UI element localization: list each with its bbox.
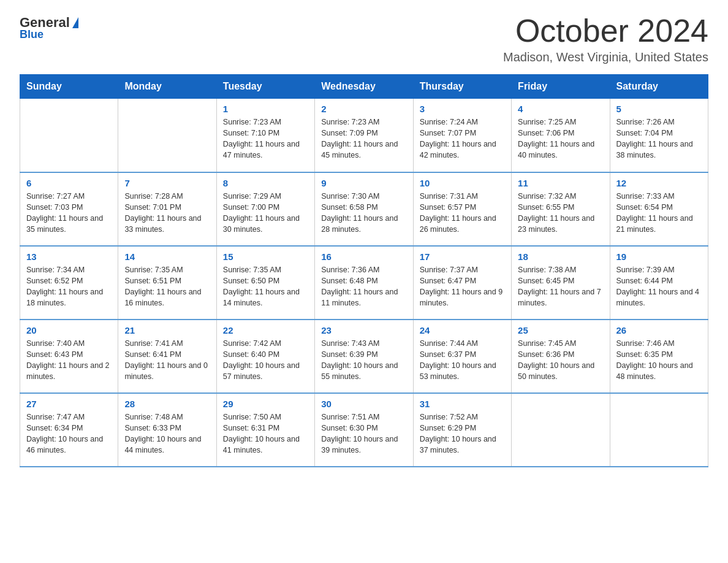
day-info: Sunrise: 7:41 AM Sunset: 6:41 PM Dayligh… xyxy=(124,338,210,383)
calendar-cell: 2Sunrise: 7:23 AM Sunset: 7:09 PM Daylig… xyxy=(315,99,413,172)
calendar-cell: 5Sunrise: 7:26 AM Sunset: 7:04 PM Daylig… xyxy=(610,99,708,172)
day-number: 2 xyxy=(321,104,406,114)
calendar-cell: 29Sunrise: 7:50 AM Sunset: 6:31 PM Dayli… xyxy=(216,393,314,467)
day-number: 1 xyxy=(223,104,308,114)
calendar-cell: 20Sunrise: 7:40 AM Sunset: 6:43 PM Dayli… xyxy=(20,320,118,393)
day-info: Sunrise: 7:40 AM Sunset: 6:43 PM Dayligh… xyxy=(26,338,112,383)
header-saturday: Saturday xyxy=(610,75,708,99)
calendar-week-row: 20Sunrise: 7:40 AM Sunset: 6:43 PM Dayli… xyxy=(20,320,708,393)
day-number: 14 xyxy=(124,251,210,262)
title-section: October 2024 Madison, West Virginia, Uni… xyxy=(503,15,708,64)
day-info: Sunrise: 7:38 AM Sunset: 6:45 PM Dayligh… xyxy=(518,264,603,309)
calendar-cell xyxy=(20,99,118,172)
day-info: Sunrise: 7:23 AM Sunset: 7:10 PM Dayligh… xyxy=(223,117,308,161)
calendar-cell: 22Sunrise: 7:42 AM Sunset: 6:40 PM Dayli… xyxy=(216,320,314,393)
calendar-cell: 25Sunrise: 7:45 AM Sunset: 6:36 PM Dayli… xyxy=(512,320,610,393)
day-number: 18 xyxy=(518,251,603,262)
day-info: Sunrise: 7:29 AM Sunset: 7:00 PM Dayligh… xyxy=(223,191,308,236)
calendar-cell xyxy=(512,393,610,467)
day-info: Sunrise: 7:42 AM Sunset: 6:40 PM Dayligh… xyxy=(223,338,308,383)
day-number: 3 xyxy=(420,104,505,114)
day-number: 29 xyxy=(223,399,308,409)
day-info: Sunrise: 7:44 AM Sunset: 6:37 PM Dayligh… xyxy=(420,338,505,383)
calendar-cell: 12Sunrise: 7:33 AM Sunset: 6:54 PM Dayli… xyxy=(610,172,708,246)
day-number: 25 xyxy=(518,325,603,335)
month-title: October 2024 xyxy=(503,15,708,47)
logo-blue: Blue xyxy=(20,28,44,41)
day-info: Sunrise: 7:39 AM Sunset: 6:44 PM Dayligh… xyxy=(616,264,702,309)
day-info: Sunrise: 7:31 AM Sunset: 6:57 PM Dayligh… xyxy=(420,191,505,236)
calendar-cell: 23Sunrise: 7:43 AM Sunset: 6:39 PM Dayli… xyxy=(315,320,413,393)
calendar-cell: 1Sunrise: 7:23 AM Sunset: 7:10 PM Daylig… xyxy=(216,99,314,172)
day-info: Sunrise: 7:35 AM Sunset: 6:51 PM Dayligh… xyxy=(124,264,210,309)
day-info: Sunrise: 7:51 AM Sunset: 6:30 PM Dayligh… xyxy=(321,412,406,456)
header-friday: Friday xyxy=(512,75,610,99)
day-number: 13 xyxy=(26,251,112,262)
logo-triangle-icon xyxy=(72,17,78,28)
day-number: 7 xyxy=(124,178,210,188)
calendar-cell: 15Sunrise: 7:35 AM Sunset: 6:50 PM Dayli… xyxy=(216,246,314,320)
day-info: Sunrise: 7:28 AM Sunset: 7:01 PM Dayligh… xyxy=(124,191,210,236)
day-info: Sunrise: 7:34 AM Sunset: 6:52 PM Dayligh… xyxy=(26,264,112,309)
header-monday: Monday xyxy=(118,75,216,99)
calendar-cell xyxy=(610,393,708,467)
calendar-cell: 7Sunrise: 7:28 AM Sunset: 7:01 PM Daylig… xyxy=(118,172,216,246)
day-number: 27 xyxy=(26,399,112,409)
calendar-cell: 19Sunrise: 7:39 AM Sunset: 6:44 PM Dayli… xyxy=(610,246,708,320)
calendar-week-row: 6Sunrise: 7:27 AM Sunset: 7:03 PM Daylig… xyxy=(20,172,708,246)
day-info: Sunrise: 7:47 AM Sunset: 6:34 PM Dayligh… xyxy=(26,412,112,456)
day-info: Sunrise: 7:32 AM Sunset: 6:55 PM Dayligh… xyxy=(518,191,603,236)
day-number: 31 xyxy=(420,399,505,409)
day-info: Sunrise: 7:52 AM Sunset: 6:29 PM Dayligh… xyxy=(420,412,505,456)
page-header: General Blue October 2024 Madison, West … xyxy=(20,15,708,64)
calendar-cell: 28Sunrise: 7:48 AM Sunset: 6:33 PM Dayli… xyxy=(118,393,216,467)
day-number: 28 xyxy=(124,399,210,409)
calendar-cell: 14Sunrise: 7:35 AM Sunset: 6:51 PM Dayli… xyxy=(118,246,216,320)
calendar-cell: 31Sunrise: 7:52 AM Sunset: 6:29 PM Dayli… xyxy=(413,393,511,467)
day-info: Sunrise: 7:48 AM Sunset: 6:33 PM Dayligh… xyxy=(124,412,210,456)
day-number: 5 xyxy=(616,104,702,114)
header-tuesday: Tuesday xyxy=(216,75,314,99)
day-info: Sunrise: 7:46 AM Sunset: 6:35 PM Dayligh… xyxy=(616,338,702,383)
day-number: 24 xyxy=(420,325,505,335)
day-number: 26 xyxy=(616,325,702,335)
day-info: Sunrise: 7:36 AM Sunset: 6:48 PM Dayligh… xyxy=(321,264,406,309)
day-info: Sunrise: 7:23 AM Sunset: 7:09 PM Dayligh… xyxy=(321,117,406,161)
day-number: 9 xyxy=(321,178,406,188)
day-info: Sunrise: 7:43 AM Sunset: 6:39 PM Dayligh… xyxy=(321,338,406,383)
day-info: Sunrise: 7:27 AM Sunset: 7:03 PM Dayligh… xyxy=(26,191,112,236)
day-info: Sunrise: 7:35 AM Sunset: 6:50 PM Dayligh… xyxy=(223,264,308,309)
day-number: 21 xyxy=(124,325,210,335)
calendar-cell: 4Sunrise: 7:25 AM Sunset: 7:06 PM Daylig… xyxy=(512,99,610,172)
day-info: Sunrise: 7:25 AM Sunset: 7:06 PM Dayligh… xyxy=(518,117,603,161)
day-number: 12 xyxy=(616,178,702,188)
day-info: Sunrise: 7:50 AM Sunset: 6:31 PM Dayligh… xyxy=(223,412,308,456)
day-number: 22 xyxy=(223,325,308,335)
day-info: Sunrise: 7:26 AM Sunset: 7:04 PM Dayligh… xyxy=(616,117,702,161)
header-wednesday: Wednesday xyxy=(315,75,413,99)
calendar-cell: 9Sunrise: 7:30 AM Sunset: 6:58 PM Daylig… xyxy=(315,172,413,246)
calendar-cell: 10Sunrise: 7:31 AM Sunset: 6:57 PM Dayli… xyxy=(413,172,511,246)
calendar-cell xyxy=(118,99,216,172)
calendar-header-row: SundayMondayTuesdayWednesdayThursdayFrid… xyxy=(20,75,708,99)
day-number: 6 xyxy=(26,178,112,188)
calendar-cell: 13Sunrise: 7:34 AM Sunset: 6:52 PM Dayli… xyxy=(20,246,118,320)
header-sunday: Sunday xyxy=(20,75,118,99)
day-number: 10 xyxy=(420,178,505,188)
calendar-cell: 8Sunrise: 7:29 AM Sunset: 7:00 PM Daylig… xyxy=(216,172,314,246)
day-number: 16 xyxy=(321,251,406,262)
day-info: Sunrise: 7:37 AM Sunset: 6:47 PM Dayligh… xyxy=(420,264,505,309)
day-number: 8 xyxy=(223,178,308,188)
day-number: 15 xyxy=(223,251,308,262)
calendar-cell: 21Sunrise: 7:41 AM Sunset: 6:41 PM Dayli… xyxy=(118,320,216,393)
header-thursday: Thursday xyxy=(413,75,511,99)
calendar-cell: 30Sunrise: 7:51 AM Sunset: 6:30 PM Dayli… xyxy=(315,393,413,467)
day-info: Sunrise: 7:30 AM Sunset: 6:58 PM Dayligh… xyxy=(321,191,406,236)
calendar-cell: 16Sunrise: 7:36 AM Sunset: 6:48 PM Dayli… xyxy=(315,246,413,320)
calendar-week-row: 13Sunrise: 7:34 AM Sunset: 6:52 PM Dayli… xyxy=(20,246,708,320)
calendar-cell: 11Sunrise: 7:32 AM Sunset: 6:55 PM Dayli… xyxy=(512,172,610,246)
calendar-cell: 3Sunrise: 7:24 AM Sunset: 7:07 PM Daylig… xyxy=(413,99,511,172)
day-info: Sunrise: 7:33 AM Sunset: 6:54 PM Dayligh… xyxy=(616,191,702,236)
day-number: 23 xyxy=(321,325,406,335)
calendar-cell: 24Sunrise: 7:44 AM Sunset: 6:37 PM Dayli… xyxy=(413,320,511,393)
